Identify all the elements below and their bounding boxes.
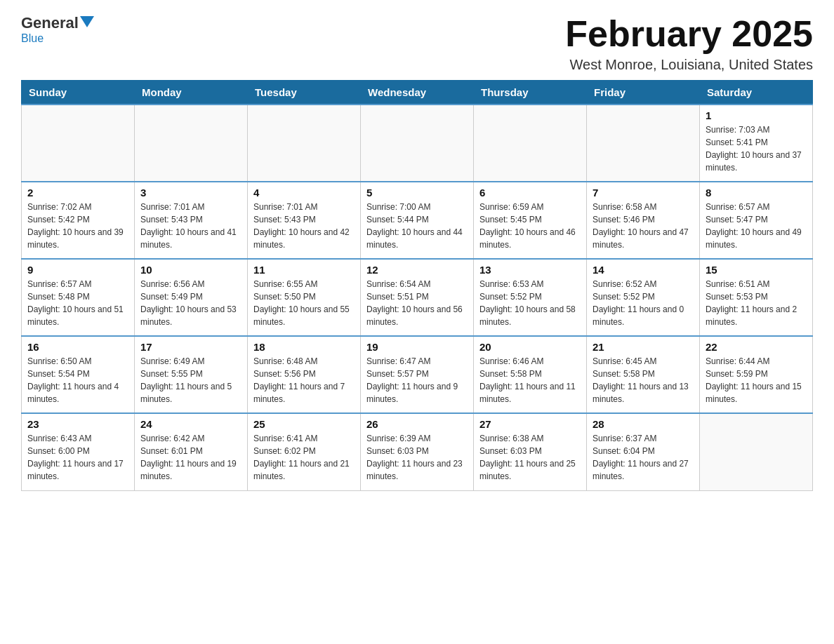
day-info: Sunrise: 7:01 AMSunset: 5:43 PMDaylight:…	[253, 201, 355, 251]
day-info: Sunrise: 6:46 AMSunset: 5:58 PMDaylight:…	[479, 355, 581, 405]
day-info: Sunrise: 6:50 AMSunset: 5:54 PMDaylight:…	[27, 355, 128, 405]
day-info: Sunrise: 7:01 AMSunset: 5:43 PMDaylight:…	[140, 201, 241, 251]
day-info: Sunrise: 6:59 AMSunset: 5:45 PMDaylight:…	[479, 201, 581, 251]
day-number: 6	[479, 187, 581, 199]
day-info: Sunrise: 6:37 AMSunset: 6:04 PMDaylight:…	[593, 432, 694, 483]
calendar-week-row: 1Sunrise: 7:03 AMSunset: 5:41 PMDaylight…	[22, 105, 813, 182]
calendar-day-cell: 2Sunrise: 7:02 AMSunset: 5:42 PMDaylight…	[22, 182, 135, 259]
day-info: Sunrise: 6:41 AMSunset: 6:02 PMDaylight:…	[253, 432, 355, 483]
calendar-day-cell: 5Sunrise: 7:00 AMSunset: 5:44 PMDaylight…	[361, 182, 474, 259]
calendar-day-cell: 10Sunrise: 6:56 AMSunset: 5:49 PMDayligh…	[135, 259, 248, 336]
calendar-day-cell: 27Sunrise: 6:38 AMSunset: 6:03 PMDayligh…	[474, 413, 587, 490]
day-number: 17	[140, 341, 241, 353]
day-number: 11	[253, 264, 355, 276]
calendar-day-cell	[474, 105, 587, 182]
day-info: Sunrise: 7:02 AMSunset: 5:42 PMDaylight:…	[27, 201, 128, 251]
page-header: General Blue February 2025 West Monroe, …	[21, 14, 813, 73]
calendar-day-cell: 26Sunrise: 6:39 AMSunset: 6:03 PMDayligh…	[361, 413, 474, 490]
calendar-day-cell: 28Sunrise: 6:37 AMSunset: 6:04 PMDayligh…	[587, 413, 700, 490]
calendar-day-cell	[700, 413, 813, 490]
day-info: Sunrise: 6:47 AMSunset: 5:57 PMDaylight:…	[366, 355, 468, 405]
day-info: Sunrise: 6:52 AMSunset: 5:52 PMDaylight:…	[593, 278, 694, 328]
day-number: 14	[593, 264, 694, 276]
day-number: 26	[366, 418, 468, 430]
month-title: February 2025	[565, 14, 813, 54]
calendar-header-thursday: Thursday	[474, 81, 587, 105]
day-number: 3	[140, 187, 241, 199]
calendar-day-cell: 18Sunrise: 6:48 AMSunset: 5:56 PMDayligh…	[248, 336, 361, 413]
calendar-day-cell: 14Sunrise: 6:52 AMSunset: 5:52 PMDayligh…	[587, 259, 700, 336]
day-number: 19	[366, 341, 468, 353]
calendar-day-cell: 16Sunrise: 6:50 AMSunset: 5:54 PMDayligh…	[22, 336, 135, 413]
calendar-day-cell: 7Sunrise: 6:58 AMSunset: 5:46 PMDaylight…	[587, 182, 700, 259]
calendar-header-friday: Friday	[587, 81, 700, 105]
day-info: Sunrise: 6:48 AMSunset: 5:56 PMDaylight:…	[253, 355, 355, 405]
calendar-day-cell: 13Sunrise: 6:53 AMSunset: 5:52 PMDayligh…	[474, 259, 587, 336]
calendar-day-cell: 22Sunrise: 6:44 AMSunset: 5:59 PMDayligh…	[700, 336, 813, 413]
calendar-day-cell: 15Sunrise: 6:51 AMSunset: 5:53 PMDayligh…	[700, 259, 813, 336]
calendar-header-wednesday: Wednesday	[361, 81, 474, 105]
logo-blue-text: Blue	[21, 32, 44, 45]
calendar-day-cell	[22, 105, 135, 182]
calendar-day-cell: 11Sunrise: 6:55 AMSunset: 5:50 PMDayligh…	[248, 259, 361, 336]
calendar-day-cell: 6Sunrise: 6:59 AMSunset: 5:45 PMDaylight…	[474, 182, 587, 259]
calendar-day-cell	[361, 105, 474, 182]
calendar-day-cell: 20Sunrise: 6:46 AMSunset: 5:58 PMDayligh…	[474, 336, 587, 413]
day-info: Sunrise: 6:53 AMSunset: 5:52 PMDaylight:…	[479, 278, 581, 328]
day-number: 10	[140, 264, 241, 276]
day-info: Sunrise: 7:03 AMSunset: 5:41 PMDaylight:…	[706, 123, 807, 174]
day-number: 7	[593, 187, 694, 199]
logo: General Blue	[21, 14, 94, 45]
calendar-day-cell: 17Sunrise: 6:49 AMSunset: 5:55 PMDayligh…	[135, 336, 248, 413]
day-number: 2	[27, 187, 128, 199]
day-number: 23	[27, 418, 128, 430]
day-number: 5	[366, 187, 468, 199]
day-info: Sunrise: 6:49 AMSunset: 5:55 PMDaylight:…	[140, 355, 241, 405]
day-number: 16	[27, 341, 128, 353]
day-info: Sunrise: 6:38 AMSunset: 6:03 PMDaylight:…	[479, 432, 581, 483]
calendar-day-cell: 1Sunrise: 7:03 AMSunset: 5:41 PMDaylight…	[700, 105, 813, 182]
day-info: Sunrise: 6:43 AMSunset: 6:00 PMDaylight:…	[27, 432, 128, 483]
calendar-week-row: 23Sunrise: 6:43 AMSunset: 6:00 PMDayligh…	[22, 413, 813, 490]
day-number: 20	[479, 341, 581, 353]
calendar-header-tuesday: Tuesday	[248, 81, 361, 105]
day-number: 1	[706, 109, 807, 121]
day-number: 9	[27, 264, 128, 276]
calendar-header-row: SundayMondayTuesdayWednesdayThursdayFrid…	[22, 81, 813, 105]
day-info: Sunrise: 6:51 AMSunset: 5:53 PMDaylight:…	[706, 278, 807, 328]
logo-general-text: General	[21, 14, 79, 32]
day-info: Sunrise: 6:58 AMSunset: 5:46 PMDaylight:…	[593, 201, 694, 251]
calendar-day-cell: 12Sunrise: 6:54 AMSunset: 5:51 PMDayligh…	[361, 259, 474, 336]
day-info: Sunrise: 6:42 AMSunset: 6:01 PMDaylight:…	[140, 432, 241, 483]
calendar-day-cell: 21Sunrise: 6:45 AMSunset: 5:58 PMDayligh…	[587, 336, 700, 413]
day-info: Sunrise: 6:45 AMSunset: 5:58 PMDaylight:…	[593, 355, 694, 405]
day-info: Sunrise: 6:57 AMSunset: 5:47 PMDaylight:…	[706, 201, 807, 251]
day-info: Sunrise: 6:57 AMSunset: 5:48 PMDaylight:…	[27, 278, 128, 328]
day-number: 15	[706, 264, 807, 276]
calendar-day-cell: 24Sunrise: 6:42 AMSunset: 6:01 PMDayligh…	[135, 413, 248, 490]
day-info: Sunrise: 7:00 AMSunset: 5:44 PMDaylight:…	[366, 201, 468, 251]
calendar-week-row: 16Sunrise: 6:50 AMSunset: 5:54 PMDayligh…	[22, 336, 813, 413]
calendar-day-cell	[587, 105, 700, 182]
day-number: 28	[593, 418, 694, 430]
day-info: Sunrise: 6:55 AMSunset: 5:50 PMDaylight:…	[253, 278, 355, 328]
calendar-day-cell: 9Sunrise: 6:57 AMSunset: 5:48 PMDaylight…	[22, 259, 135, 336]
logo-triangle-icon	[80, 16, 94, 27]
day-info: Sunrise: 6:54 AMSunset: 5:51 PMDaylight:…	[366, 278, 468, 328]
day-number: 4	[253, 187, 355, 199]
day-number: 25	[253, 418, 355, 430]
calendar-day-cell	[248, 105, 361, 182]
day-number: 21	[593, 341, 694, 353]
day-info: Sunrise: 6:39 AMSunset: 6:03 PMDaylight:…	[366, 432, 468, 483]
day-number: 27	[479, 418, 581, 430]
day-info: Sunrise: 6:44 AMSunset: 5:59 PMDaylight:…	[706, 355, 807, 405]
calendar-day-cell: 3Sunrise: 7:01 AMSunset: 5:43 PMDaylight…	[135, 182, 248, 259]
calendar-day-cell: 23Sunrise: 6:43 AMSunset: 6:00 PMDayligh…	[22, 413, 135, 490]
day-number: 8	[706, 187, 807, 199]
calendar-week-row: 9Sunrise: 6:57 AMSunset: 5:48 PMDaylight…	[22, 259, 813, 336]
calendar-header-sunday: Sunday	[22, 81, 135, 105]
calendar-day-cell: 25Sunrise: 6:41 AMSunset: 6:02 PMDayligh…	[248, 413, 361, 490]
location-title: West Monroe, Louisiana, United States	[565, 57, 813, 73]
day-number: 12	[366, 264, 468, 276]
calendar-header-monday: Monday	[135, 81, 248, 105]
